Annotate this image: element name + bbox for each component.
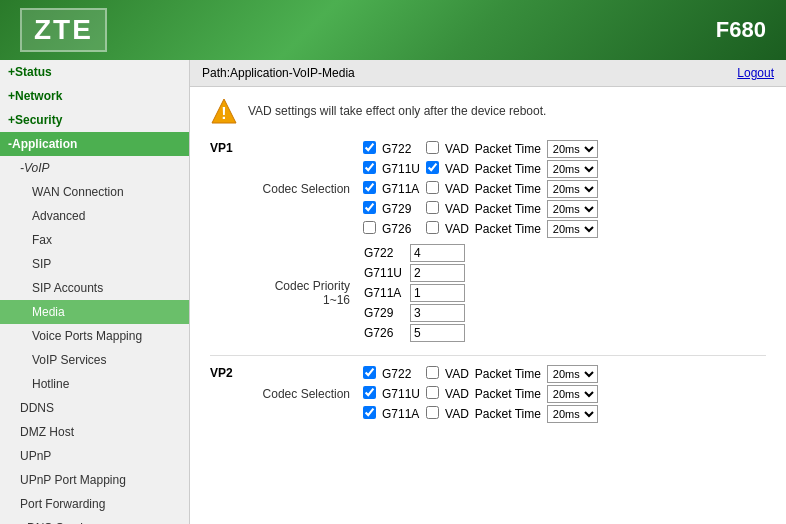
sidebar-item-voip-services[interactable]: VoIP Services: [0, 348, 189, 372]
vp1-g729-vad-label: VAD: [442, 199, 472, 219]
sidebar-item-dns-service[interactable]: +DNS Service: [0, 516, 189, 524]
sidebar-item-wan-connection[interactable]: WAN Connection: [0, 180, 189, 204]
vp2-g711u-pt-label: Packet Time: [472, 384, 544, 404]
table-row: G711U VAD Packet Time 20ms10ms30ms40ms: [360, 159, 601, 179]
vp1-g726-priority-input[interactable]: [410, 324, 465, 342]
vp2-g711a-name: G711A: [379, 404, 423, 424]
vp1-g729-pt-label: Packet Time: [472, 199, 544, 219]
vp1-codec-selection-row: Codec Selection G722 VAD Packet Time: [250, 139, 766, 239]
warning-text: VAD settings will take effect only after…: [248, 104, 546, 118]
vp2-g722-name: G722: [379, 364, 423, 384]
vp2-g711u-checkbox[interactable]: [363, 386, 376, 399]
vp2-g722-packet-select[interactable]: 20ms10ms30ms40ms: [547, 365, 598, 383]
vp1-g711u-pt-label: Packet Time: [472, 159, 544, 179]
vp1-g729-packet-select[interactable]: 20ms10ms30ms40ms: [547, 200, 598, 218]
vp2-g711a-vad-label: VAD: [442, 404, 472, 424]
vp1-priority-label: Codec Priority 1~16: [250, 279, 360, 307]
sidebar-item-sip-accounts[interactable]: SIP Accounts: [0, 276, 189, 300]
vp2-g711u-packet-select[interactable]: 20ms10ms30ms40ms: [547, 385, 598, 403]
sidebar-item-sip[interactable]: SIP: [0, 252, 189, 276]
vp1-g711a-checkbox[interactable]: [363, 181, 376, 194]
sidebar-item-ddns[interactable]: DDNS: [0, 396, 189, 420]
vp2-g711a-packet-select[interactable]: 20ms10ms30ms40ms: [547, 405, 598, 423]
vp1-g722-name: G722: [379, 139, 423, 159]
sidebar-item-upnp[interactable]: UPnP: [0, 444, 189, 468]
table-row: G711U VAD Packet Time 20ms10ms30ms40ms: [360, 384, 601, 404]
table-row: G711U: [360, 263, 469, 283]
vp1-g729-vad[interactable]: [426, 201, 439, 214]
vp1-content: Codec Selection G722 VAD Packet Time: [250, 139, 766, 347]
vp1-g711a-pt-label: Packet Time: [472, 179, 544, 199]
vp2-codec-selection-row: Codec Selection G722 VAD Packet Time: [250, 364, 766, 424]
vp2-g711a-vad[interactable]: [426, 406, 439, 419]
vp2-g722-vad[interactable]: [426, 366, 439, 379]
vp1-g729-checkbox[interactable]: [363, 201, 376, 214]
vp1-g711u-checkbox[interactable]: [363, 161, 376, 174]
vp2-g711u-vad[interactable]: [426, 386, 439, 399]
sidebar-item-application[interactable]: -Application: [0, 132, 189, 156]
vp1-g729-priority-input[interactable]: [410, 304, 465, 322]
logout-link[interactable]: Logout: [737, 66, 774, 80]
vp1-label: VP1: [210, 139, 240, 155]
vp1-g711a-name: G711A: [379, 179, 423, 199]
vp1-priority-table: G722 G711U G711A: [360, 243, 469, 343]
sidebar-item-status[interactable]: +Status: [0, 60, 189, 84]
sidebar-item-advanced[interactable]: Advanced: [0, 204, 189, 228]
vp1-g722-pt-label: Packet Time: [472, 139, 544, 159]
vp1-g711a-vad[interactable]: [426, 181, 439, 194]
content-area: Path:Application-VoIP-Media Logout ! VAD…: [190, 60, 786, 524]
section-divider: [210, 355, 766, 356]
vp1-g726-name: G726: [379, 219, 423, 239]
vp1-g711a-vad-label: VAD: [442, 179, 472, 199]
vp1-p-g722-name: G722: [360, 243, 406, 263]
sidebar-item-media[interactable]: Media: [0, 300, 189, 324]
vp1-g711a-packet-select[interactable]: 20ms10ms30ms40ms: [547, 180, 598, 198]
vp1-g722-priority-input[interactable]: [410, 244, 465, 262]
vp2-g711a-pt-label: Packet Time: [472, 404, 544, 424]
vp2-g711u-name: G711U: [379, 384, 423, 404]
table-row: G722 VAD Packet Time 20ms10ms30ms40ms: [360, 364, 601, 384]
vp1-g711a-priority-input[interactable]: [410, 284, 465, 302]
vp1-g722-vad[interactable]: [426, 141, 439, 154]
vp2-g722-pt-label: Packet Time: [472, 364, 544, 384]
vp1-g726-checkbox[interactable]: [363, 221, 376, 234]
table-row: G722: [360, 243, 469, 263]
table-row: G726: [360, 323, 469, 343]
sidebar-item-security[interactable]: +Security: [0, 108, 189, 132]
vp1-p-g726-name: G726: [360, 323, 406, 343]
sidebar-item-upnp-port-mapping[interactable]: UPnP Port Mapping: [0, 468, 189, 492]
vp1-g726-vad-label: VAD: [442, 219, 472, 239]
path-bar: Path:Application-VoIP-Media Logout: [190, 60, 786, 87]
vp1-g726-packet-select[interactable]: 20ms10ms30ms40ms: [547, 220, 598, 238]
vp1-g711u-name: G711U: [379, 159, 423, 179]
vp1-g711u-priority-input[interactable]: [410, 264, 465, 282]
sidebar: +Status +Network +Security -Application …: [0, 60, 190, 524]
vp1-codec-selection-label: Codec Selection: [250, 182, 360, 196]
vp2-codec-selection-label: Codec Selection: [250, 387, 360, 401]
vp1-g726-pt-label: Packet Time: [472, 219, 544, 239]
table-row: G711A VAD Packet Time 20ms10ms30ms40ms: [360, 404, 601, 424]
sidebar-item-voice-ports-mapping[interactable]: Voice Ports Mapping: [0, 324, 189, 348]
warning-box: ! VAD settings will take effect only aft…: [210, 97, 766, 125]
vp2-g711a-checkbox[interactable]: [363, 406, 376, 419]
table-row: G722 VAD Packet Time 20ms10ms30ms40ms: [360, 139, 601, 159]
sidebar-item-dmz-host[interactable]: DMZ Host: [0, 420, 189, 444]
vp1-g722-checkbox[interactable]: [363, 141, 376, 154]
sidebar-item-voip[interactable]: -VoIP: [0, 156, 189, 180]
vp2-g722-checkbox[interactable]: [363, 366, 376, 379]
sidebar-item-fax[interactable]: Fax: [0, 228, 189, 252]
table-row: G729: [360, 303, 469, 323]
vp1-codec-table: G722 VAD Packet Time 20ms10ms30ms40ms: [360, 139, 601, 239]
vp1-g711u-vad[interactable]: [426, 161, 439, 174]
sidebar-item-port-forwarding[interactable]: Port Forwarding: [0, 492, 189, 516]
sidebar-item-hotline[interactable]: Hotline: [0, 372, 189, 396]
table-row: G729 VAD Packet Time 20ms10ms30ms40ms: [360, 199, 601, 219]
model-name: F680: [716, 17, 766, 43]
table-row: G711A: [360, 283, 469, 303]
vp1-g722-packet-select[interactable]: 20ms10ms30ms40ms: [547, 140, 598, 158]
vp1-p-g711u-name: G711U: [360, 263, 406, 283]
vp1-g726-vad[interactable]: [426, 221, 439, 234]
vp2-label: VP2: [210, 364, 240, 380]
sidebar-item-network[interactable]: +Network: [0, 84, 189, 108]
vp1-g711u-packet-select[interactable]: 20ms10ms30ms40ms: [547, 160, 598, 178]
